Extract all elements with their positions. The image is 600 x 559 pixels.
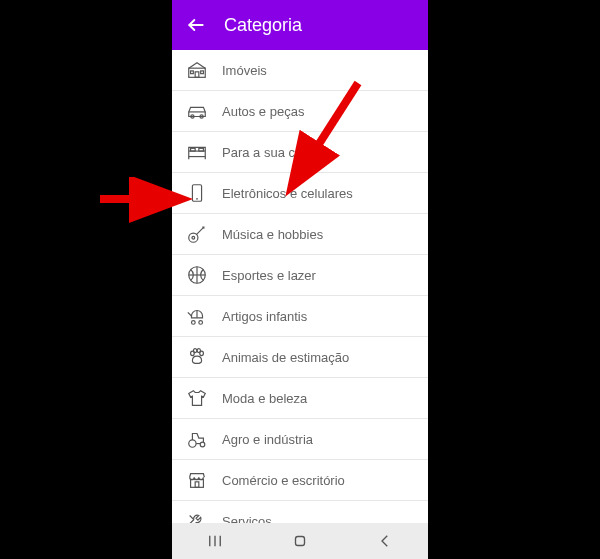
- header-title: Categoria: [224, 15, 302, 36]
- category-musica[interactable]: Música e hobbies: [172, 214, 428, 255]
- recent-icon: [206, 532, 224, 550]
- category-autos[interactable]: Autos e peças: [172, 91, 428, 132]
- svg-rect-12: [199, 148, 204, 151]
- category-label: Imóveis: [222, 63, 267, 78]
- category-infantis[interactable]: Artigos infantis: [172, 296, 428, 337]
- category-label: Agro e indústria: [222, 432, 313, 447]
- svg-rect-8: [189, 151, 206, 157]
- phone-screen: Categoria Imóveis: [172, 0, 428, 559]
- svg-point-30: [189, 440, 196, 447]
- category-casa[interactable]: Para a sua casa: [172, 132, 428, 173]
- category-label: Autos e peças: [222, 104, 304, 119]
- phone-icon: [186, 182, 208, 204]
- category-label: Animais de estimação: [222, 350, 349, 365]
- svg-point-23: [192, 321, 196, 325]
- svg-rect-11: [191, 148, 196, 151]
- svg-rect-3: [191, 71, 194, 74]
- shop-icon: [186, 469, 208, 491]
- arrow-left-icon: [186, 15, 206, 35]
- svg-point-16: [192, 236, 195, 239]
- category-list: Imóveis Autos e peças: [172, 50, 428, 542]
- nav-home-button[interactable]: [290, 531, 310, 551]
- home-icon: [291, 532, 309, 550]
- category-comercio[interactable]: Comércio e escritório: [172, 460, 428, 501]
- svg-line-36: [190, 516, 194, 520]
- app-header: Categoria: [172, 0, 428, 50]
- category-label: Eletrônicos e celulares: [222, 186, 353, 201]
- android-navbar: [172, 523, 428, 559]
- category-label: Música e hobbies: [222, 227, 323, 242]
- house-icon: [186, 59, 208, 81]
- nav-recent-button[interactable]: [205, 531, 225, 551]
- svg-point-31: [200, 442, 205, 447]
- svg-rect-33: [191, 480, 204, 488]
- svg-point-28: [194, 349, 197, 353]
- category-imoveis[interactable]: Imóveis: [172, 50, 428, 91]
- category-label: Moda e beleza: [222, 391, 307, 406]
- back-icon: [376, 532, 394, 550]
- svg-rect-40: [295, 537, 304, 546]
- category-label: Comércio e escritório: [222, 473, 345, 488]
- category-moda[interactable]: Moda e beleza: [172, 378, 428, 419]
- svg-point-29: [197, 349, 200, 353]
- tractor-icon: [186, 428, 208, 450]
- paw-icon: [186, 346, 208, 368]
- category-animais[interactable]: Animais de estimação: [172, 337, 428, 378]
- svg-rect-4: [201, 71, 204, 74]
- category-agro[interactable]: Agro e indústria: [172, 419, 428, 460]
- category-label: Artigos infantis: [222, 309, 307, 324]
- car-icon: [186, 100, 208, 122]
- svg-rect-2: [195, 72, 199, 78]
- category-label: Esportes e lazer: [222, 268, 316, 283]
- basketball-icon: [186, 264, 208, 286]
- back-button[interactable]: [186, 15, 206, 35]
- svg-rect-1: [189, 68, 206, 77]
- guitar-icon: [186, 223, 208, 245]
- category-label: Para a sua casa: [222, 145, 316, 160]
- category-esportes[interactable]: Esportes e lazer: [172, 255, 428, 296]
- nav-back-button[interactable]: [375, 531, 395, 551]
- svg-rect-34: [195, 482, 199, 488]
- svg-point-24: [199, 321, 203, 325]
- bed-icon: [186, 141, 208, 163]
- outer-frame: Categoria Imóveis: [0, 0, 600, 559]
- category-eletronicos[interactable]: Eletrônicos e celulares: [172, 173, 428, 214]
- shirt-icon: [186, 387, 208, 409]
- svg-line-25: [188, 312, 192, 316]
- stroller-icon: [186, 305, 208, 327]
